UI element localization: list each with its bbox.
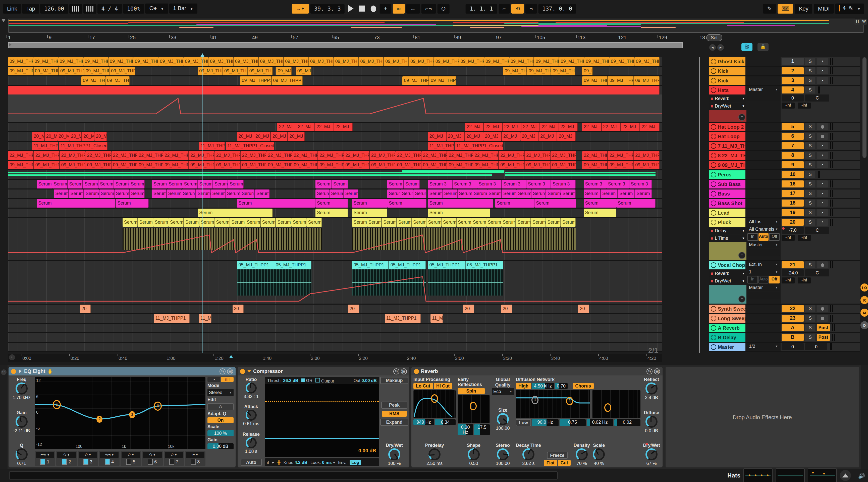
track-name-ghost-kick[interactable]: Ghost Kick: [709, 57, 745, 66]
clip[interactable]: Serum 3: [167, 180, 183, 188]
clip[interactable]: Serum: [276, 218, 291, 227]
track-header-hat-loop-2[interactable]: Hat Loop 25S: [709, 123, 860, 132]
eq-band-node-3[interactable]: 3: [129, 411, 135, 418]
clip[interactable]: Serum 3: [477, 180, 502, 188]
track-header-bass-shot[interactable]: Bass Shot18S◔: [709, 199, 860, 209]
clip[interactable]: 09_MJ_THPP1: [34, 161, 60, 170]
clip[interactable]: 11_MJ_T: [199, 314, 211, 323]
monitor-mode-switch[interactable]: InAutoOff: [747, 233, 780, 241]
key-map-button[interactable]: Key: [795, 4, 812, 13]
clip[interactable]: 09_MJ_THPP1: [422, 161, 447, 170]
track-name-vocal-chops[interactable]: Vocal Chops: [709, 261, 745, 269]
reverb-locut-toggle[interactable]: Lo Cut: [413, 383, 433, 389]
add-automation-lane-button[interactable]: +: [738, 114, 745, 121]
clip[interactable]: 22_MJ_THPP1: [422, 151, 447, 160]
tempo-field[interactable]: 126.00: [40, 4, 68, 13]
eq-fold-icon[interactable]: [19, 369, 21, 373]
track-activator-icon[interactable]: [711, 87, 716, 93]
track-name-bass-shot[interactable]: Bass Shot: [709, 199, 745, 208]
track-header-kick-3[interactable]: Kick3S◔: [709, 77, 860, 86]
comp-device-on-toggle[interactable]: [240, 369, 245, 374]
comp-peak-button[interactable]: Peak: [381, 401, 407, 409]
save-preset-icon[interactable]: ▣: [227, 368, 233, 374]
clip[interactable]: Serum: [211, 189, 225, 198]
post-toggle[interactable]: Post: [817, 324, 830, 331]
clip[interactable]: Serum 3: [428, 180, 453, 188]
solo-button[interactable]: S: [805, 314, 815, 322]
clip[interactable]: 09_MJ_THPP1: [284, 57, 309, 66]
reverb-cut-toggle[interactable]: Cut: [558, 460, 570, 466]
track-number-long-sweep[interactable]: 23: [782, 314, 804, 322]
clip[interactable]: 20_: [80, 305, 91, 313]
clip[interactable]: Serum: [457, 189, 472, 198]
hats-automation-area[interactable]: [8, 94, 662, 122]
reverb-reflect-knob[interactable]: [646, 383, 657, 395]
clip[interactable]: 22_MJ_THPP1: [189, 151, 215, 160]
clip[interactable]: 09_MJ_THPP1: [608, 77, 634, 85]
reverb-spin-toggle[interactable]: Spin: [458, 388, 485, 394]
reverb-hicut-toggle[interactable]: Hi Cut: [434, 383, 452, 389]
nudge-down-button[interactable]: [69, 4, 82, 13]
track-number-ghost-kick[interactable]: 1: [782, 58, 804, 65]
loop-toggle[interactable]: ⟲: [512, 4, 524, 13]
shelf-node-2[interactable]: 2: [566, 397, 573, 405]
clip[interactable]: 09_MJ_THPP1: [525, 161, 551, 170]
clip[interactable]: 22_MJ: [502, 123, 521, 131]
headphones-icon[interactable]: ◔: [817, 180, 828, 187]
clip[interactable]: 09_MJ_THPP1: [309, 57, 334, 66]
clip[interactable]: 20_MJ: [32, 132, 44, 141]
band-activator[interactable]: [40, 459, 45, 465]
clip-lane-track-7[interactable]: 11_MJ_THPP111_MJ_THPP1_Closed_Hat11_MJ_T…: [8, 142, 662, 151]
clip[interactable]: Serum: [428, 189, 443, 198]
reverb-diffuse-knob[interactable]: [646, 415, 657, 427]
track-activator-icon[interactable]: [711, 153, 716, 158]
clip[interactable]: Serum: [240, 189, 255, 198]
clip[interactable]: 09_MJ_THPP1: [209, 57, 234, 66]
clip[interactable]: 20_MJ: [271, 132, 288, 141]
track-header-pluck[interactable]: PluckDelay▼L Time▼+All Ins▼All Channels▼…: [709, 218, 860, 261]
track-activator-icon[interactable]: [711, 335, 716, 340]
track-activator-icon[interactable]: [711, 344, 716, 350]
clip-lane-pluck[interactable]: SerumSerumSerumSerumSerumSerumSerumSerum…: [8, 218, 662, 261]
comp-env-log-toggle[interactable]: Log: [349, 460, 361, 465]
track-name-pluck[interactable]: Pluck: [709, 218, 745, 227]
clip[interactable]: 09_MJ_THPP1: [241, 161, 267, 170]
band-activator[interactable]: [62, 459, 67, 465]
comp-attack-knob[interactable]: [246, 410, 257, 421]
clip[interactable]: Serum: [344, 189, 358, 198]
eq-spectrum-display[interactable]: 1260-6-121001k10k1234: [35, 377, 206, 449]
arrangement-overview[interactable]: [8, 19, 864, 33]
clip[interactable]: 09_MJ_THPP1: [409, 57, 434, 66]
track-number-sub-bass[interactable]: 16: [782, 180, 804, 187]
clip[interactable]: 22_MJ_THPP1: [267, 151, 292, 160]
clip[interactable]: 22_MJ: [278, 123, 297, 131]
reverb-hishelf-gain-field[interactable]: 0.70: [555, 383, 568, 389]
clip[interactable]: Serum: [367, 218, 382, 227]
routing-cell[interactable]: All Ins▼: [747, 218, 780, 225]
unfold-device-view-button[interactable]: [840, 470, 851, 481]
comp-rms-button[interactable]: RMS: [382, 411, 407, 416]
track-activator-icon[interactable]: [711, 172, 716, 177]
pan-field[interactable]: C: [805, 94, 829, 101]
follow-scroll-icon[interactable]: ≈: [9, 354, 15, 360]
routing-cell[interactable]: [747, 93, 780, 100]
computer-midi-keyboard-button[interactable]: ⌨: [777, 4, 794, 13]
comp-view-activity-icon[interactable]: ╫: [277, 460, 280, 465]
reverb-freeze-toggle[interactable]: Freeze: [547, 452, 567, 459]
track-activator-icon[interactable]: [711, 191, 716, 197]
overdub-plus-button[interactable]: +: [380, 4, 391, 13]
clip[interactable]: 22_MJ_THPP1: [344, 151, 370, 160]
solo-button[interactable]: S: [805, 219, 815, 226]
band-activator[interactable]: [191, 459, 196, 465]
clip[interactable]: 05_MJ_THPP1: [428, 261, 466, 269]
clip-lane-ghost-kick[interactable]: 09_MJ_THPP109_MJ_THPP109_MJ_THPP109_MJ_T…: [8, 57, 662, 67]
link-button[interactable]: Link: [3, 4, 21, 13]
clip[interactable]: Serum 3: [629, 180, 652, 188]
track-name-a-reverb[interactable]: A Reverb: [709, 324, 745, 332]
comp-threshold-line[interactable]: [265, 401, 379, 402]
track-number-synth-sweep[interactable]: 22: [782, 305, 804, 312]
comp-ratio-knob[interactable]: [246, 383, 257, 394]
automation-lane-reverb[interactable]: Reverb▼: [709, 270, 746, 277]
track-name-master[interactable]: Master: [709, 343, 745, 351]
reverb-input-freq-field[interactable]: 949 Hz: [413, 419, 434, 425]
